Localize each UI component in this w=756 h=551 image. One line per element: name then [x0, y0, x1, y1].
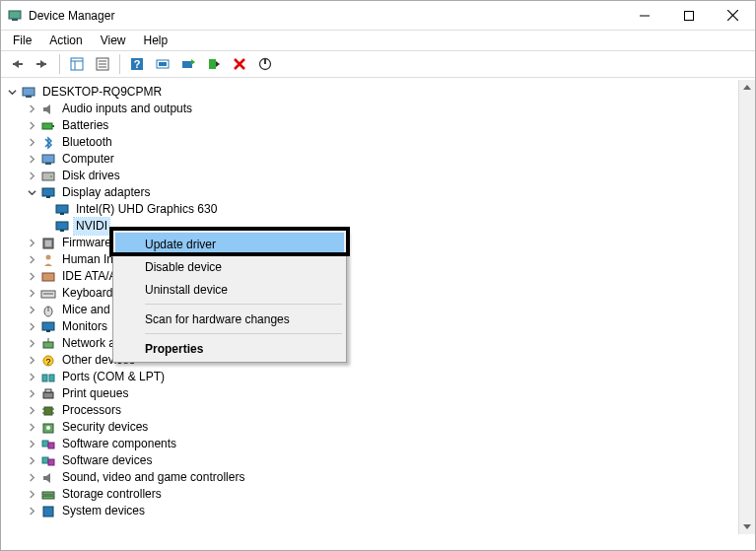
- disable-device-button[interactable]: [253, 52, 277, 76]
- chevron-right-icon[interactable]: [25, 287, 38, 301]
- chevron-right-icon[interactable]: [25, 153, 38, 167]
- chevron-right-icon[interactable]: [25, 354, 38, 368]
- chevron-right-icon[interactable]: [25, 253, 38, 267]
- category-label: Print queues: [60, 385, 130, 402]
- chevron-right-icon[interactable]: [25, 337, 38, 351]
- tree-category[interactable]: Ports (COM & LPT): [1, 369, 755, 385]
- forward-button[interactable]: [31, 52, 54, 76]
- tree-category[interactable]: Security devices: [1, 419, 755, 436]
- menu-help[interactable]: Help: [136, 32, 176, 49]
- chevron-right-icon[interactable]: [25, 103, 38, 116]
- chevron-right-icon[interactable]: [25, 371, 38, 384]
- help-button[interactable]: ?: [125, 52, 149, 76]
- category-icon: [40, 236, 56, 251]
- chevron-down-icon[interactable]: [5, 86, 19, 100]
- svg-rect-49: [43, 342, 53, 348]
- svg-rect-38: [60, 230, 64, 232]
- svg-rect-37: [56, 222, 68, 230]
- category-label: Ports (COM & LPT): [60, 369, 167, 385]
- chevron-right-icon[interactable]: [25, 505, 38, 518]
- uninstall-device-button[interactable]: [228, 52, 251, 76]
- tree-category[interactable]: Processors: [1, 402, 755, 419]
- tree-category[interactable]: Software devices: [1, 452, 755, 469]
- chevron-right-icon[interactable]: [25, 136, 38, 150]
- tree-category[interactable]: Disk drives: [1, 168, 755, 184]
- category-icon: [40, 102, 56, 117]
- svg-rect-33: [42, 188, 54, 196]
- chevron-right-icon[interactable]: [25, 304, 38, 317]
- svg-rect-40: [45, 241, 51, 246]
- svg-text:?: ?: [134, 58, 141, 70]
- category-label: Human In: [60, 251, 115, 268]
- category-icon: [40, 386, 56, 402]
- chevron-right-icon[interactable]: [25, 270, 38, 284]
- category-icon: [40, 169, 56, 184]
- chevron-right-icon[interactable]: [25, 438, 38, 451]
- maximize-button[interactable]: [666, 1, 711, 30]
- ctx-scan-hardware[interactable]: Scan for hardware changes: [115, 308, 344, 330]
- category-icon: [40, 303, 56, 318]
- menu-action[interactable]: Action: [41, 32, 90, 49]
- minimize-button[interactable]: [622, 1, 666, 30]
- chevron-right-icon[interactable]: [25, 119, 38, 133]
- menu-file[interactable]: File: [5, 32, 39, 49]
- category-icon: [40, 286, 56, 302]
- menu-view[interactable]: View: [93, 32, 134, 49]
- ctx-properties[interactable]: Properties: [115, 337, 344, 360]
- svg-rect-66: [42, 457, 48, 463]
- category-icon: [40, 453, 56, 469]
- tree-category[interactable]: Display adapters: [1, 184, 755, 201]
- ctx-disable-device[interactable]: Disable device: [115, 255, 344, 278]
- chevron-right-icon[interactable]: [25, 237, 38, 250]
- tree-category[interactable]: Batteries: [1, 117, 755, 134]
- category-icon: [40, 269, 56, 285]
- category-label: Processors: [60, 402, 123, 419]
- chevron-right-icon[interactable]: [25, 421, 38, 435]
- chevron-right-icon[interactable]: [25, 387, 38, 401]
- tree-category[interactable]: Software components: [1, 436, 755, 452]
- enable-device-button[interactable]: [202, 52, 226, 76]
- chevron-right-icon[interactable]: [25, 454, 38, 468]
- ctx-separator: [145, 333, 342, 334]
- category-label: Sound, video and game controllers: [60, 469, 246, 486]
- chevron-right-icon[interactable]: [25, 471, 38, 485]
- ctx-update-driver[interactable]: Update driver: [115, 233, 344, 255]
- update-driver-button[interactable]: [176, 52, 200, 76]
- category-icon: [40, 370, 56, 385]
- toolbar-separator: [59, 54, 60, 74]
- tree-root[interactable]: DESKTOP-RQ9CPMR: [1, 84, 755, 101]
- properties-button[interactable]: [91, 52, 114, 76]
- tree-category[interactable]: Audio inputs and outputs: [1, 101, 755, 117]
- computer-icon: [21, 85, 36, 101]
- svg-rect-26: [26, 96, 32, 98]
- chevron-right-icon[interactable]: [25, 170, 38, 183]
- tree-category[interactable]: Print queues: [1, 385, 755, 402]
- svg-rect-1: [12, 19, 18, 21]
- scan-hardware-button[interactable]: [151, 52, 174, 76]
- vertical-scrollbar[interactable]: [738, 80, 755, 534]
- category-label: Mice and: [60, 302, 112, 318]
- ctx-uninstall-device[interactable]: Uninstall device: [115, 278, 344, 301]
- svg-rect-34: [46, 196, 50, 198]
- device-label: Intel(R) UHD Graphics 630: [74, 201, 219, 218]
- tree-category[interactable]: Bluetooth: [1, 134, 755, 151]
- svg-rect-65: [48, 443, 54, 448]
- chevron-right-icon[interactable]: [25, 404, 38, 418]
- tree-category[interactable]: Computer: [1, 151, 755, 168]
- category-icon: [40, 252, 56, 268]
- tree-category[interactable]: Sound, video and game controllers: [1, 469, 755, 486]
- chevron-right-icon[interactable]: [25, 488, 38, 502]
- tree-category[interactable]: System devices: [1, 503, 755, 519]
- chevron-down-icon[interactable]: [25, 186, 38, 200]
- ctx-update-driver-label: Update driver: [145, 238, 216, 251]
- tree-category[interactable]: Storage controllers: [1, 486, 755, 503]
- show-hide-tree-button[interactable]: [65, 52, 89, 76]
- chevron-right-icon[interactable]: [25, 320, 38, 334]
- back-button[interactable]: [5, 52, 29, 76]
- close-button[interactable]: [711, 1, 755, 30]
- svg-rect-18: [159, 62, 167, 66]
- category-icon: [40, 487, 56, 503]
- svg-rect-8: [71, 58, 83, 70]
- svg-rect-69: [42, 496, 54, 499]
- tree-device[interactable]: Intel(R) UHD Graphics 630: [1, 201, 755, 218]
